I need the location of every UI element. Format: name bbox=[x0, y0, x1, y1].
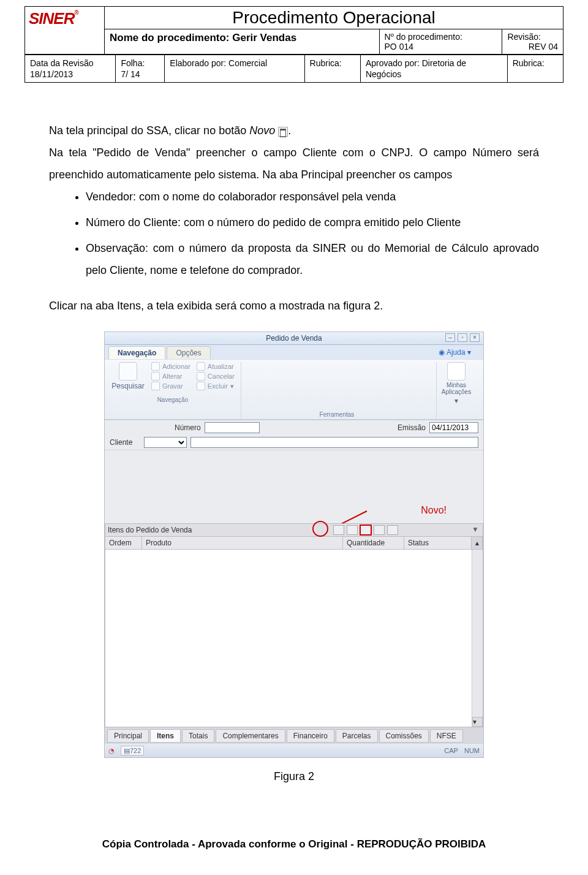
tab-comissoes[interactable]: Comissões bbox=[379, 729, 429, 743]
tab-complementares[interactable]: Complementares bbox=[216, 729, 285, 743]
novo-annotation: Novo! bbox=[421, 505, 447, 516]
rev-value: REV 04 bbox=[529, 42, 558, 51]
search-icon bbox=[119, 362, 137, 381]
filter-icon[interactable]: ▼ bbox=[470, 525, 480, 535]
excluir-button[interactable]: Excluir ▾ bbox=[197, 382, 235, 390]
excluir-label: Excluir bbox=[208, 382, 228, 390]
minhas-aplicacoes-button[interactable]: Minhas Aplicações ▾ bbox=[439, 362, 473, 405]
col-status[interactable]: Status bbox=[404, 537, 472, 550]
grid-header: Ordem Produto Quantidade Status ▴ bbox=[105, 537, 483, 550]
emissao-input[interactable] bbox=[429, 422, 478, 433]
cliente-select[interactable] bbox=[144, 437, 187, 448]
tab-ajuda[interactable]: ◉ Ajuda ▾ bbox=[430, 346, 480, 359]
vertical-scrollbar[interactable]: ▾ bbox=[472, 550, 483, 727]
ribbon-tabs: Navegação Opções ◉ Ajuda ▾ bbox=[105, 345, 483, 359]
minimize-button[interactable]: – bbox=[445, 333, 455, 342]
atualizar-button[interactable]: Atualizar bbox=[197, 362, 235, 371]
logo-text: SINER bbox=[29, 9, 74, 28]
rubrica2-label: Rubrica: bbox=[507, 55, 563, 83]
cancel-icon bbox=[197, 372, 205, 381]
delete-icon bbox=[197, 382, 205, 390]
app-window: Pedido de Venda – ▫ × Navegação Opções ◉… bbox=[104, 331, 484, 758]
siner-logo: SINER® bbox=[25, 7, 104, 31]
group-navegacao-label: Navegação bbox=[111, 395, 235, 404]
bottom-tabs: Principal Itens Totais Complementares Fi… bbox=[105, 727, 483, 744]
toolbar-btn-2[interactable] bbox=[347, 525, 358, 535]
date-label: Data da Revisão bbox=[30, 58, 110, 69]
tab-navegacao[interactable]: Navegação bbox=[108, 346, 165, 359]
group-ferramentas-label: Ferramentas bbox=[244, 410, 430, 419]
date-value: 18/11/2013 bbox=[30, 69, 110, 80]
window-title: Pedido de Venda bbox=[266, 334, 322, 343]
numero-input[interactable] bbox=[205, 422, 260, 433]
tab-totais[interactable]: Totais bbox=[182, 729, 214, 743]
adicionar-button[interactable]: Adicionar bbox=[151, 362, 190, 371]
refresh-icon bbox=[197, 362, 205, 371]
ribbon: Pesquisar Adicionar Alterar Gravar Atual… bbox=[105, 359, 483, 420]
novo-circle-annotation bbox=[312, 521, 328, 537]
paragraph-1: Na tela principal do SSA, clicar no botã… bbox=[49, 119, 539, 142]
aprov-label: Aprovado por: Diretoria de Negócios bbox=[360, 55, 507, 83]
gravar-label: Gravar bbox=[162, 382, 183, 390]
paragraph-2: Na tela "Pedido de Venda" preencher o ca… bbox=[49, 142, 539, 186]
list-item: Vendedor: com o nome do colaborador resp… bbox=[86, 186, 539, 208]
statusbar: ◔ ▤ 722 CAP NUM bbox=[105, 744, 483, 757]
p1c: . bbox=[288, 124, 291, 137]
p1a: Na tela principal do SSA, clicar no botã… bbox=[49, 124, 249, 137]
proc-name: Nome do procedimento: Gerir Vendas bbox=[105, 29, 380, 55]
tab-itens[interactable]: Itens bbox=[150, 729, 181, 743]
alterar-label: Alterar bbox=[162, 373, 182, 380]
apps-label: Minhas Aplicações bbox=[439, 382, 473, 395]
list-item: Número do Cliente: com o número do pedid… bbox=[86, 211, 539, 233]
bullet-list: Vendedor: com o nome do colaborador resp… bbox=[86, 186, 539, 281]
header-bottom: Data da Revisão 18/11/2013 Folha: 7/ 14 … bbox=[24, 55, 564, 83]
add-icon bbox=[151, 362, 160, 371]
scroll-up-button[interactable]: ▴ bbox=[472, 537, 483, 550]
grid-body[interactable]: ▾ bbox=[105, 550, 483, 727]
edit-icon bbox=[151, 372, 160, 381]
col-quantidade[interactable]: Quantidade bbox=[343, 537, 404, 550]
cancelar-button[interactable]: Cancelar bbox=[197, 372, 235, 381]
numero-label: Número bbox=[175, 423, 201, 432]
novo-inline-icon bbox=[278, 127, 288, 137]
p1-novo-italic: Novo bbox=[249, 124, 275, 137]
paragraph-3: Clicar na aba Itens, a tela exibida será… bbox=[49, 295, 539, 317]
tab-principal[interactable]: Principal bbox=[107, 729, 149, 743]
toolbar-btn-5[interactable] bbox=[387, 525, 398, 535]
toolbar-btn-4[interactable] bbox=[374, 525, 385, 535]
window-titlebar: Pedido de Venda – ▫ × bbox=[105, 332, 483, 345]
toolbar-btn-1[interactable] bbox=[333, 525, 344, 535]
rubrica1-label: Rubrica: bbox=[304, 55, 360, 83]
alterar-button[interactable]: Alterar bbox=[151, 372, 190, 381]
doc-title: Procedimento Operacional bbox=[105, 7, 564, 29]
tab-opcoes[interactable]: Opções bbox=[167, 346, 210, 359]
caps-indicator: CAP bbox=[444, 747, 458, 754]
figure-caption: Figura 2 bbox=[104, 770, 484, 783]
tab-nfse[interactable]: NFSE bbox=[430, 729, 463, 743]
folha-value: 7/ 14 bbox=[121, 69, 159, 80]
adicionar-label: Adicionar bbox=[162, 363, 190, 370]
restore-button[interactable]: ▫ bbox=[458, 333, 467, 342]
gravar-button[interactable]: Gravar bbox=[151, 382, 190, 390]
apps-icon bbox=[447, 362, 466, 381]
record-count-value: 722 bbox=[130, 747, 141, 754]
pesquisar-label: Pesquisar bbox=[111, 382, 144, 390]
numproc-value: PO 014 bbox=[385, 42, 413, 51]
close-button[interactable]: × bbox=[470, 333, 480, 342]
pesquisar-button[interactable]: Pesquisar bbox=[111, 362, 145, 390]
list-item: Observação: com o número da proposta da … bbox=[86, 237, 539, 281]
footer-text: Cópia Controlada - Aprovada conforme o O… bbox=[24, 838, 564, 850]
header-top: SINER® Procedimento Operacional Nome do … bbox=[24, 6, 564, 55]
tab-parcelas[interactable]: Parcelas bbox=[336, 729, 378, 743]
col-ordem[interactable]: Ordem bbox=[105, 537, 142, 550]
tab-financeiro[interactable]: Financeiro bbox=[287, 729, 334, 743]
emissao-label: Emissão bbox=[398, 423, 426, 432]
cliente-label: Cliente bbox=[110, 438, 140, 447]
col-produto[interactable]: Produto bbox=[142, 537, 343, 550]
novo-item-button[interactable] bbox=[360, 525, 371, 535]
status-icon: ◔ bbox=[108, 747, 115, 755]
items-bar-label: Itens do Pedido de Venda bbox=[108, 526, 192, 534]
scroll-down-button[interactable]: ▾ bbox=[472, 717, 483, 727]
cancelar-label: Cancelar bbox=[208, 373, 235, 380]
cliente-input[interactable] bbox=[190, 437, 478, 448]
